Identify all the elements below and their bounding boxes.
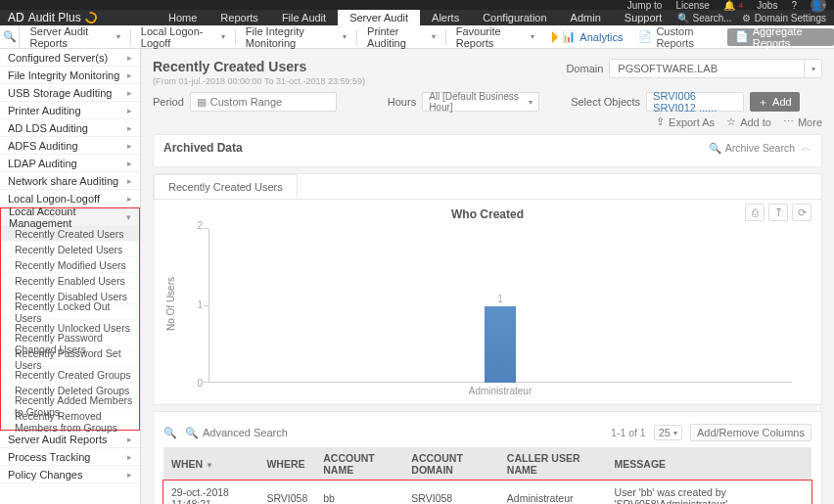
nav-home[interactable]: Home <box>157 10 208 25</box>
page-date-range: (From 01-jul.-2018 00:00:00 To 31-oct.-2… <box>153 76 566 86</box>
nav-server-audit[interactable]: Server Audit <box>338 10 420 25</box>
custom-reports-button[interactable]: 📄 Custom Reports <box>630 28 726 46</box>
col-when[interactable]: WHEN▼ <box>163 447 258 481</box>
chart-bar[interactable] <box>485 306 516 384</box>
notifications-icon[interactable]: 🔔4 <box>723 0 743 11</box>
col-caller-user-name[interactable]: CALLER USER NAME <box>499 447 607 481</box>
chevron-down-icon: ▾ <box>529 98 533 107</box>
sidebar-item-local-account-management[interactable]: Local Account Management ▾ <box>1 208 139 226</box>
add-button[interactable]: ＋Add <box>750 92 800 112</box>
license-link[interactable]: License <box>675 0 709 11</box>
sidebar-item-adfs-auditing[interactable]: ADFS Auditing▸ <box>0 137 140 155</box>
col-account-domain[interactable]: ACCOUNT DOMAIN <box>403 447 499 481</box>
sidebar-sub-recently-deleted-users[interactable]: Recently Deleted Users <box>1 242 139 257</box>
chevron-up-icon[interactable]: ︿ <box>801 141 811 155</box>
sidebar-item-file-integrity-monitoring[interactable]: File Integrity Monitoring▸ <box>0 67 140 84</box>
global-search[interactable]: 🔍 Search... <box>677 13 732 23</box>
sidebar: Configured Server(s)▸File Integrity Moni… <box>0 49 141 504</box>
sidebar-item-configured-server-s-[interactable]: Configured Server(s)▸ <box>0 49 140 67</box>
cell-where: SRVI058 <box>258 481 315 504</box>
nav-admin[interactable]: Admin <box>559 10 613 25</box>
sidebar-item-process-tracking[interactable]: Process Tracking▸ <box>0 448 140 466</box>
sidebar-sub-recently-removed-members-from-groups[interactable]: Recently Removed Members from Groups <box>1 414 139 430</box>
nav-configuration[interactable]: Configuration <box>471 10 558 25</box>
filter-icon[interactable]: 🔍 <box>0 25 20 48</box>
more-icon: ⋯ <box>783 115 794 128</box>
chart-refresh-icon[interactable]: ⟳ <box>792 204 811 221</box>
sidebar-item-printer-auditing[interactable]: Printer Auditing▸ <box>0 102 140 119</box>
jump-to-link[interactable]: Jump to <box>627 0 663 11</box>
plus-icon: ＋ <box>758 95 768 110</box>
chevron-right-icon: ▸ <box>127 470 132 480</box>
chevron-right-icon: ▸ <box>127 452 132 462</box>
table-search-icon[interactable]: 🔍 <box>163 427 177 439</box>
tab-recently-created-users[interactable]: Recently Created Users <box>154 174 298 199</box>
filter-printer-auditing[interactable]: Printer Auditing▾ <box>357 25 445 49</box>
chevron-right-icon: ▸ <box>127 88 132 98</box>
nav-reports[interactable]: Reports <box>208 10 270 25</box>
analytics-button[interactable]: 📊 Analytics <box>544 28 630 46</box>
sidebar-sub-recently-created-groups[interactable]: Recently Created Groups <box>1 367 139 383</box>
sidebar-item-ldap-auditing[interactable]: LDAP Auditing▸ <box>0 155 140 172</box>
filter-favourite-reports[interactable]: Favourite Reports▾ <box>446 25 545 49</box>
star-icon: ☆ <box>726 115 736 128</box>
nav-alerts[interactable]: Alerts <box>420 10 471 25</box>
chevron-right-icon: ▸ <box>127 70 132 80</box>
domain-label: Domain <box>566 63 603 74</box>
export-icon: ⇪ <box>656 115 665 128</box>
chevron-right-icon: ▸ <box>127 123 132 133</box>
nav-support[interactable]: Support <box>613 10 674 25</box>
domain-value: PGSOFTWARE.LAB <box>610 63 725 74</box>
sidebar-sub-recently-modified-users[interactable]: Recently Modified Users <box>1 257 139 273</box>
aggregate-reports-button[interactable]: 📄 Aggregate Reports <box>727 28 834 46</box>
main-nav: Home Reports File Audit Server Audit Ale… <box>157 10 673 25</box>
objects-picker[interactable]: SRVI006 SRVI012 ...... <box>646 92 744 112</box>
sidebar-sub-recently-locked-out-users[interactable]: Recently Locked Out Users <box>1 304 139 320</box>
select-objects-label: Select Objects <box>571 96 640 108</box>
chevron-right-icon: ▸ <box>127 176 132 186</box>
chart-export-icon[interactable]: ⎙ <box>745 204 764 221</box>
page-size-top[interactable]: 25▾ <box>654 425 682 440</box>
chart-drilldown-icon[interactable]: ⤒ <box>768 204 788 221</box>
table-panel: 🔍 🔍 Advanced Search 1-1 of 1 25▾ Add/Rem… <box>153 411 822 504</box>
export-as-link[interactable]: ⇪Export As <box>656 115 715 128</box>
nav-file-audit[interactable]: File Audit <box>270 10 338 25</box>
cell-dom: SRVI058 <box>403 481 499 504</box>
col-message[interactable]: MESSAGE <box>607 447 811 481</box>
col-account-name[interactable]: ACCOUNT NAME <box>315 447 403 481</box>
chevron-down-icon: ▾ <box>126 212 131 222</box>
sidebar-item-server-audit-reports[interactable]: Server Audit Reports▸ <box>0 431 140 448</box>
table-row[interactable]: 29-oct.-2018 11:48:21SRVI058bbSRVI058Adm… <box>163 481 811 504</box>
filter-server-audit-reports[interactable]: Server Audit Reports▾ <box>20 25 130 49</box>
chevron-down-icon[interactable]: ▾ <box>804 60 821 77</box>
cell-caller: Administrateur <box>499 481 607 504</box>
hours-dropdown[interactable]: All [Default Business Hour] ▾ <box>422 92 539 112</box>
sidebar-item-label: Local Account Management <box>9 206 126 229</box>
advanced-search-link[interactable]: 🔍 Advanced Search <box>185 427 288 439</box>
sidebar-item-usb-storage-auditing[interactable]: USB Storage Auditing▸ <box>0 84 140 102</box>
filter-local-logon-logoff[interactable]: Local Logon-Logoff▾ <box>131 25 235 49</box>
sidebar-sub-recently-password-set-users[interactable]: Recently Password Set Users <box>1 351 139 367</box>
archive-search-link[interactable]: 🔍 Archive Search <box>709 142 795 155</box>
period-picker[interactable]: ▦ Custom Range <box>190 92 337 112</box>
sidebar-sub-recently-enabled-users[interactable]: Recently Enabled Users <box>1 273 139 289</box>
add-remove-columns[interactable]: Add/Remove Columns <box>690 424 811 441</box>
domain-settings-link[interactable]: ⚙ Domain Settings <box>742 13 826 23</box>
results-table: WHEN▼WHEREACCOUNT NAMEACCOUNT DOMAINCALL… <box>163 447 811 504</box>
more-link[interactable]: ⋯More <box>783 115 822 128</box>
chevron-right-icon: ▸ <box>127 194 132 204</box>
filter-file-integrity[interactable]: File Integrity Monitoring▾ <box>236 25 356 49</box>
page-title: Recently Created Users <box>153 59 566 74</box>
sidebar-item-policy-changes[interactable]: Policy Changes▸ <box>0 466 140 483</box>
chevron-right-icon: ▸ <box>127 159 132 168</box>
jobs-link[interactable]: Jobs <box>757 0 777 11</box>
help-icon[interactable]: ? <box>791 0 797 11</box>
add-to-link[interactable]: ☆Add to <box>726 115 771 128</box>
col-where[interactable]: WHERE <box>258 447 315 481</box>
sidebar-item-ad-lds-auditing[interactable]: AD LDS Auditing▸ <box>0 119 140 137</box>
chart-y-axis-label: No.Of Users <box>165 277 176 331</box>
chevron-right-icon: ▸ <box>127 106 132 115</box>
domain-dropdown[interactable]: PGSOFTWARE.LAB ▾ <box>609 59 822 78</box>
sidebar-item-network-share-auditing[interactable]: Network share Auditing▸ <box>0 172 140 190</box>
sidebar-sub-recently-created-users[interactable]: Recently Created Users <box>1 226 139 242</box>
